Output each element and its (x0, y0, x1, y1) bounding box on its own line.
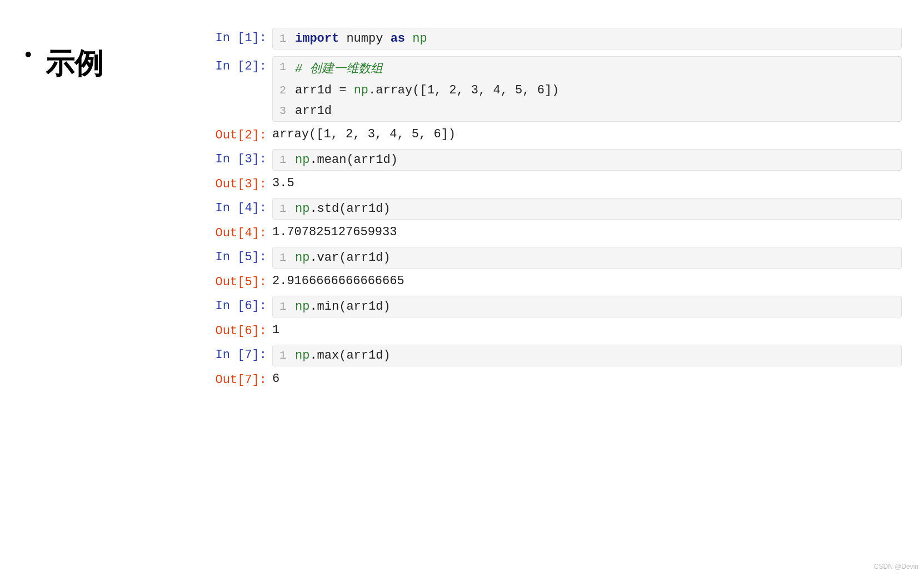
output-value-cell6: 1 (272, 322, 279, 337)
code-token: np (405, 32, 427, 46)
input-row-cell5: In [5]:1np.var(arr1d) (211, 247, 902, 269)
code-content: np.min(arr1d) (295, 300, 391, 314)
bullet-point: • (22, 44, 34, 67)
cell-group-cell6: In [6]:1np.min(arr1d)Out[6]:1 (211, 296, 902, 338)
line-number: 1 (278, 32, 295, 45)
left-panel: • 示例 (22, 28, 211, 387)
input-row-cell1: In [1]:1import numpy as np (211, 28, 902, 49)
output-label-cell3: Out[3]: (211, 174, 272, 191)
input-label-cell6: In [6]: (211, 296, 272, 313)
code-token: .max(arr1d) (309, 349, 390, 363)
input-row-cell3: In [3]:1np.mean(arr1d) (211, 149, 902, 171)
code-token: import (295, 32, 339, 46)
output-row-cell2: Out[2]:array([1, 2, 3, 4, 5, 6]) (211, 125, 902, 142)
code-line: 1np.min(arr1d) (273, 296, 901, 317)
input-label-cell4: In [4]: (211, 198, 272, 215)
input-label-cell5: In [5]: (211, 247, 272, 264)
code-box-cell5[interactable]: 1np.var(arr1d) (272, 247, 902, 269)
output-row-cell4: Out[4]:1.707825127659933 (211, 223, 902, 240)
input-label-cell1: In [1]: (211, 28, 272, 45)
code-token: .min(arr1d) (309, 300, 390, 314)
code-token: np (295, 300, 309, 314)
code-content: np.max(arr1d) (295, 349, 391, 363)
line-number: 3 (278, 104, 295, 117)
output-label-cell2: Out[2]: (211, 125, 272, 142)
output-value-cell3: 3.5 (272, 175, 294, 190)
cell-group-cell2: In [2]:1# 创建一维数组2arr1d = np.array([1, 2,… (211, 56, 902, 142)
line-number: 1 (278, 202, 295, 215)
input-row-cell2: In [2]:1# 创建一维数组2arr1d = np.array([1, 2,… (211, 56, 902, 122)
input-row-cell6: In [6]:1np.min(arr1d) (211, 296, 902, 317)
line-number: 1 (278, 251, 295, 264)
code-line: 2arr1d = np.array([1, 2, 3, 4, 5, 6]) (273, 80, 901, 101)
code-line: 1import numpy as np (273, 28, 901, 49)
line-number: 2 (278, 83, 295, 97)
output-label-cell5: Out[5]: (211, 272, 272, 289)
line-number: 1 (278, 349, 295, 362)
input-label-cell3: In [3]: (211, 149, 272, 166)
cell-group-cell3: In [3]:1np.mean(arr1d)Out[3]:3.5 (211, 149, 902, 191)
output-row-cell7: Out[7]:6 (211, 370, 902, 387)
cell-group-cell5: In [5]:1np.var(arr1d)Out[5]:2.9166666666… (211, 247, 902, 289)
cell-group-cell1: In [1]:1import numpy as np (211, 28, 902, 49)
code-token: np (295, 153, 309, 167)
code-token: = (332, 83, 354, 97)
watermark: CSDN @Devin (874, 563, 918, 570)
code-token: numpy (339, 32, 390, 46)
code-line: 1np.std(arr1d) (273, 198, 901, 219)
code-token: arr1d (295, 104, 332, 118)
output-row-cell5: Out[5]:2.9166666666666665 (211, 272, 902, 289)
code-line: 1np.mean(arr1d) (273, 150, 901, 170)
code-token: arr1d (295, 83, 332, 97)
code-token: .mean(arr1d) (309, 153, 397, 167)
input-label-cell2: In [2]: (211, 56, 272, 73)
code-token: np (295, 251, 309, 265)
code-token: as (391, 32, 405, 46)
code-content: # 创建一维数组 (295, 60, 383, 77)
input-row-cell4: In [4]:1np.std(arr1d) (211, 198, 902, 220)
code-content: arr1d (295, 104, 332, 118)
page-container: • 示例 In [1]:1import numpy as npIn [2]:1#… (0, 17, 924, 398)
output-label-cell7: Out[7]: (211, 370, 272, 387)
input-row-cell7: In [7]:1np.max(arr1d) (211, 345, 902, 366)
line-number: 1 (278, 60, 295, 73)
code-line: 1np.var(arr1d) (273, 247, 901, 268)
code-line: 1np.max(arr1d) (273, 345, 901, 366)
output-value-cell4: 1.707825127659933 (272, 224, 397, 239)
code-box-cell1[interactable]: 1import numpy as np (272, 28, 902, 49)
code-token: np (295, 349, 309, 363)
code-line: 1# 创建一维数组 (273, 57, 901, 80)
code-box-cell6[interactable]: 1np.min(arr1d) (272, 296, 902, 317)
code-box-cell2[interactable]: 1# 创建一维数组2arr1d = np.array([1, 2, 3, 4, … (272, 56, 902, 122)
code-box-cell3[interactable]: 1np.mean(arr1d) (272, 149, 902, 171)
cell-group-cell4: In [4]:1np.std(arr1d)Out[4]:1.7078251276… (211, 198, 902, 240)
output-row-cell6: Out[6]:1 (211, 321, 902, 338)
code-token: .var(arr1d) (309, 251, 390, 265)
output-row-cell3: Out[3]:3.5 (211, 174, 902, 191)
output-value-cell2: array([1, 2, 3, 4, 5, 6]) (272, 126, 456, 141)
section-title: 示例 (46, 44, 103, 83)
code-token: .array([1, 2, 3, 4, 5, 6]) (368, 83, 559, 97)
code-content: np.mean(arr1d) (295, 153, 398, 167)
code-content: import numpy as np (295, 32, 427, 46)
line-number: 1 (278, 300, 295, 313)
code-box-cell4[interactable]: 1np.std(arr1d) (272, 198, 902, 220)
output-value-cell5: 2.9166666666666665 (272, 273, 404, 288)
line-number: 1 (278, 153, 295, 166)
output-label-cell6: Out[6]: (211, 321, 272, 338)
code-token: .std(arr1d) (309, 202, 390, 216)
output-value-cell7: 6 (272, 371, 279, 386)
code-content: arr1d = np.array([1, 2, 3, 4, 5, 6]) (295, 83, 559, 97)
input-label-cell7: In [7]: (211, 345, 272, 362)
code-token: # 创建一维数组 (295, 62, 383, 76)
code-token: np (354, 83, 368, 97)
code-content: np.var(arr1d) (295, 251, 391, 265)
code-box-cell7[interactable]: 1np.max(arr1d) (272, 345, 902, 366)
output-label-cell4: Out[4]: (211, 223, 272, 240)
code-line: 3arr1d (273, 101, 901, 121)
cell-group-cell7: In [7]:1np.max(arr1d)Out[7]:6 (211, 345, 902, 387)
right-panel: In [1]:1import numpy as npIn [2]:1# 创建一维… (211, 28, 902, 387)
code-content: np.std(arr1d) (295, 202, 391, 216)
code-token: np (295, 202, 309, 216)
